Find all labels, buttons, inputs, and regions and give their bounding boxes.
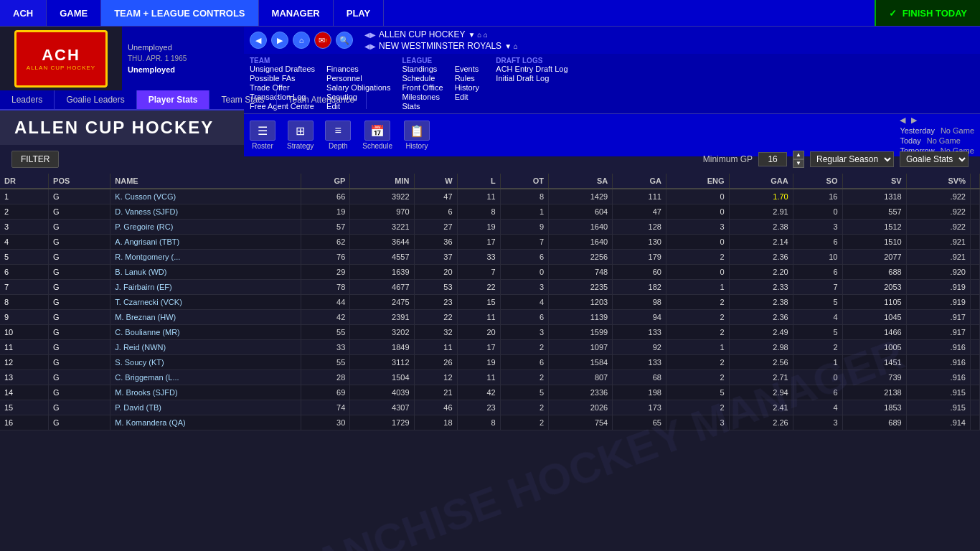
col-sa[interactable]: SA [549, 174, 613, 189]
cell-15-13: 689 [842, 415, 906, 430]
team-item-0[interactable]: Unsigned Draftees [250, 65, 315, 73]
nav-prev-icon[interactable]: ◀ [900, 116, 905, 125]
depth-action[interactable]: ≡ Depth [325, 121, 351, 150]
cell-4-2[interactable]: R. Montgomery (... [110, 250, 301, 265]
cell-15-7: 2 [500, 415, 548, 430]
col-pos[interactable]: POS [49, 174, 110, 189]
allen-cup-link[interactable]: ◀▶ ALLEN CUP HOCKEY ▼ ⌂ ⌂ [364, 29, 518, 39]
tab-team-stats[interactable]: Team Stats [209, 90, 276, 109]
cell-0-2[interactable]: K. Cusson (VCG) [110, 189, 301, 204]
cell-7-2[interactable]: T. Czarnecki (VCK) [110, 295, 301, 310]
col-w[interactable]: W [414, 174, 457, 189]
table-row[interactable]: 8GT. Czarnecki (VCK)4424752315412039822.… [0, 295, 980, 310]
league-item-4[interactable]: Stats [402, 102, 443, 110]
tab-leaders[interactable]: Leaders [0, 90, 55, 109]
home-button[interactable]: ⌂ [293, 32, 310, 49]
mail-button[interactable]: ✉! [314, 32, 331, 49]
col-ga[interactable]: GA [613, 174, 666, 189]
table-row[interactable]: 3GP. Gregoire (RC)57322127199164012832.3… [0, 220, 980, 235]
cell-1-2[interactable]: D. Vaness (SJFD) [110, 204, 301, 220]
cell-14-2[interactable]: P. David (TB) [110, 400, 301, 415]
finances-item-0[interactable]: Finances [326, 65, 390, 73]
cell-5-2[interactable]: B. Lanuk (WD) [110, 265, 301, 280]
cell-15-9: 65 [613, 415, 666, 430]
table-row[interactable]: 13GC. Briggeman (L...281504121128076822.… [0, 370, 980, 385]
col-so[interactable]: SO [793, 174, 842, 189]
table-row[interactable]: 4GA. Angrisani (TBT)62364436177164013002… [0, 235, 980, 250]
tab-team-league[interactable]: TEAM + LEAGUE CONTROLS [101, 0, 258, 26]
cell-2-2[interactable]: P. Gregoire (RC) [110, 220, 301, 235]
events-item-1[interactable]: Rules [455, 74, 485, 83]
tab-ach[interactable]: ACH [0, 0, 47, 26]
col-gaa[interactable]: GAA [729, 174, 793, 189]
events-item-2[interactable]: History [455, 83, 485, 92]
col-name[interactable]: NAME [110, 174, 301, 189]
stat-type-select[interactable]: Goalie Stats Skater Stats [900, 151, 969, 167]
cell-3-2[interactable]: A. Angrisani (TBT) [110, 235, 301, 250]
finish-today-button[interactable]: ✓ FINISH TODAY [875, 0, 980, 26]
finances-item-1[interactable]: Personnel [326, 74, 390, 83]
draft-log-0[interactable]: ACH Entry Draft Log [496, 65, 567, 73]
table-row[interactable]: 10GC. Boulianne (MR)55320232203159913322… [0, 325, 980, 340]
cell-10-2[interactable]: J. Reid (NWN) [110, 340, 301, 355]
col-svpct[interactable]: SV% [906, 174, 970, 189]
spin-up[interactable]: ▲ [793, 151, 804, 159]
table-row[interactable]: 14GM. Brooks (SJFD)69403921425233619852.… [0, 385, 980, 400]
league-item-3[interactable]: Milestones [402, 93, 443, 101]
tab-team-attendance[interactable]: Team Attendance [277, 90, 367, 109]
table-row[interactable]: 15GP. David (TB)74430746232202617322.414… [0, 400, 980, 415]
cell-12-2[interactable]: C. Briggeman (L... [110, 370, 301, 385]
filter-button[interactable]: FILTER [11, 151, 59, 168]
spin-down[interactable]: ▼ [793, 159, 804, 168]
strategy-action[interactable]: ⊞ Strategy [287, 121, 314, 150]
col-min[interactable]: MIN [350, 174, 414, 189]
league-item-2[interactable]: Front Office [402, 83, 443, 92]
table-row[interactable]: 6GB. Lanuk (WD)29163920707486002.206688.… [0, 265, 980, 280]
col-l[interactable]: L [457, 174, 500, 189]
col-dr[interactable]: DR [0, 174, 49, 189]
league-item-0[interactable]: Standings [402, 65, 443, 73]
table-row[interactable]: 5GR. Montgomery (...76455737336225617922… [0, 250, 980, 265]
col-gp[interactable]: GP [301, 174, 350, 189]
cell-8-2[interactable]: M. Breznan (HW) [110, 310, 301, 325]
events-item-0[interactable]: Events [455, 65, 485, 73]
table-row[interactable]: 2GD. Vaness (SJFD)199706816044702.910557… [0, 204, 980, 220]
tab-player-stats[interactable]: Player Stats [137, 90, 210, 109]
table-row[interactable]: 7GJ. Fairbairn (EF)78467753223223518212.… [0, 280, 980, 295]
cell-15-2[interactable]: M. Komandera (QA) [110, 415, 301, 430]
table-row[interactable]: 11GJ. Reid (NWN)3318491117210979212.9821… [0, 340, 980, 355]
col-eng[interactable]: ENG [666, 174, 729, 189]
table-row[interactable]: 9GM. Breznan (HW)4223912211611399422.364… [0, 310, 980, 325]
schedule-action[interactable]: 📅 Schedule [362, 121, 392, 150]
min-gp-label: Minimum GP [703, 154, 753, 164]
history-action[interactable]: 📋 History [404, 121, 430, 150]
events-item-3[interactable]: Edit [455, 93, 485, 101]
cell-11-2[interactable]: S. Soucy (KT) [110, 355, 301, 370]
team-item-1[interactable]: Possible FAs [250, 74, 315, 83]
forward-button[interactable]: ▶ [271, 32, 288, 49]
cell-13-2[interactable]: M. Brooks (SJFD) [110, 385, 301, 400]
col-sv[interactable]: SV [842, 174, 906, 189]
cell-9-2[interactable]: C. Boulianne (MR) [110, 325, 301, 340]
season-select[interactable]: Regular Season Playoffs [810, 151, 894, 167]
table-row[interactable]: 12GS. Soucy (KT)55311226196158413322.561… [0, 355, 980, 370]
cell-0-5: 47 [414, 189, 457, 204]
royals-link[interactable]: ◀▶ NEW WESTMINSTER ROYALS ▼ ⌂ [364, 41, 518, 51]
back-button[interactable]: ◀ [250, 32, 267, 49]
nav-next-icon[interactable]: ▶ [911, 116, 917, 125]
cell-6-2[interactable]: J. Fairbairn (EF) [110, 280, 301, 295]
cell-14-1: G [49, 400, 110, 415]
league-item-1[interactable]: Schedule [402, 74, 443, 83]
draft-log-1[interactable]: Initial Draft Log [496, 74, 567, 83]
min-gp-input[interactable] [758, 152, 787, 166]
tab-goalie-leaders[interactable]: Goalie Leaders [55, 90, 136, 109]
col-ot[interactable]: OT [500, 174, 548, 189]
stats-table-wrap[interactable]: DR POS NAME GP MIN W L OT SA GA ENG GAA … [0, 174, 980, 430]
table-row[interactable]: 1GK. Cusson (VCG)66392247118142911101.70… [0, 189, 980, 204]
roster-action[interactable]: ☰ Roster [250, 121, 275, 150]
table-row[interactable]: 16GM. Komandera (QA)30172918827546532.26… [0, 415, 980, 430]
tab-manager[interactable]: MANAGER [259, 0, 334, 26]
tab-play[interactable]: PLAY [334, 0, 384, 26]
search-button[interactable]: 🔍 [336, 32, 353, 49]
tab-game[interactable]: GAME [47, 0, 101, 26]
